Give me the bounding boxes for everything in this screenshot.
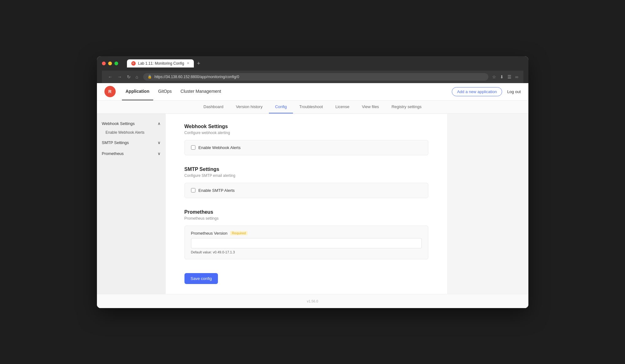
lock-icon: 🔒 xyxy=(148,75,152,79)
browser-chrome: R Lab 1.11: Monitoring Config ✕ + ← → ↻ … xyxy=(97,56,528,83)
tab-config[interactable]: Config xyxy=(269,101,293,113)
url-bar[interactable]: 🔒 https://34.138.60.152:8800/app/monitor… xyxy=(143,73,488,81)
logout-button[interactable]: Log out xyxy=(507,89,521,94)
browser-controls: R Lab 1.11: Monitoring Config ✕ + xyxy=(102,59,523,67)
prometheus-section-subtitle: Prometheus settings xyxy=(184,216,428,221)
sidebar-smtp-label: SMTP Settings xyxy=(102,140,129,145)
prometheus-default-hint: Default value: v0.49.0-17.1.3 xyxy=(191,250,422,254)
enable-smtp-row[interactable]: Enable SMTP Alerts xyxy=(191,188,422,193)
sidebar-webhook-chevron: ∧ xyxy=(158,121,161,126)
nav-link-application[interactable]: Application xyxy=(122,83,153,100)
forward-button[interactable]: → xyxy=(116,74,123,80)
tab-dashboard[interactable]: Dashboard xyxy=(197,101,230,113)
tab-favicon: R xyxy=(131,61,136,66)
tab-troubleshoot[interactable]: Troubleshoot xyxy=(293,101,329,113)
sidebar-item-enable-webhook[interactable]: Enable Webhook Alerts xyxy=(97,128,166,137)
prometheus-section-title: Prometheus xyxy=(184,209,428,215)
minimize-window-button[interactable] xyxy=(108,62,112,65)
webhook-section-subtitle: Configure webhook alerting xyxy=(184,131,428,135)
sidebar-section-smtp-header[interactable]: SMTP Settings ∨ xyxy=(97,138,166,147)
smtp-section-subtitle: Configure SMTP email alerting xyxy=(184,173,428,178)
prometheus-field-label: Prometheus Version xyxy=(191,231,228,236)
tab-title: Lab 1.11: Monitoring Config xyxy=(138,61,184,66)
prometheus-required-badge: Required xyxy=(230,231,248,235)
app-nav: R Application GitOps Cluster Management … xyxy=(97,83,528,101)
enable-smtp-label: Enable SMTP Alerts xyxy=(199,188,235,193)
tab-license[interactable]: License xyxy=(329,101,356,113)
home-button[interactable]: ⌂ xyxy=(134,74,139,80)
prometheus-card: Prometheus Version Required Default valu… xyxy=(184,226,428,259)
save-config-button[interactable]: Save config xyxy=(184,273,218,284)
maximize-window-button[interactable] xyxy=(114,62,118,65)
sidebar-section-webhook: Webhook Settings ∧ Enable Webhook Alerts xyxy=(97,119,166,137)
prometheus-version-input[interactable] xyxy=(191,238,422,248)
menu-icon[interactable]: ☰ xyxy=(507,74,512,79)
extension-icon: ∞ xyxy=(515,74,518,79)
url-text: https://34.138.60.152:8800/app/monitorin… xyxy=(154,75,239,79)
navigation-buttons: ← → ↻ ⌂ xyxy=(107,74,139,80)
nav-links: Application GitOps Cluster Management xyxy=(122,83,225,100)
close-window-button[interactable] xyxy=(102,62,106,65)
smtp-card: Enable SMTP Alerts xyxy=(184,183,428,198)
prometheus-field-label-row: Prometheus Version Required xyxy=(191,231,422,236)
sidebar-prometheus-chevron: ∨ xyxy=(158,151,161,156)
address-bar: ← → ↻ ⌂ 🔒 https://34.138.60.152:8800/app… xyxy=(102,71,523,83)
bookmark-icon[interactable]: ☆ xyxy=(492,74,496,79)
smtp-section-title: SMTP Settings xyxy=(184,167,428,172)
config-section-prometheus: Prometheus Prometheus settings Prometheu… xyxy=(184,209,428,259)
sidebar-section-prometheus-header[interactable]: Prometheus ∨ xyxy=(97,149,166,158)
config-section-webhook: Webhook Settings Configure webhook alert… xyxy=(184,124,428,155)
sidebar-section-prometheus: Prometheus ∨ xyxy=(97,149,166,158)
download-icon[interactable]: ⬇ xyxy=(500,74,504,79)
config-area: Webhook Settings Configure webhook alert… xyxy=(166,114,447,294)
back-button[interactable]: ← xyxy=(107,74,114,80)
browser-window: R Lab 1.11: Monitoring Config ✕ + ← → ↻ … xyxy=(97,56,528,308)
main-content: Webhook Settings ∧ Enable Webhook Alerts… xyxy=(97,114,528,294)
enable-webhook-row[interactable]: Enable Webhook Alerts xyxy=(191,145,422,150)
tab-registry-settings[interactable]: Registry settings xyxy=(385,101,428,113)
webhook-section-title: Webhook Settings xyxy=(184,124,428,129)
prometheus-hint-label: Default value: xyxy=(191,250,212,254)
add-new-application-button[interactable]: Add a new application xyxy=(452,87,502,96)
app-content: R Application GitOps Cluster Management … xyxy=(97,83,528,308)
prometheus-default-value: v0.49.0-17.1.3 xyxy=(213,250,235,254)
sidebar-section-smtp: SMTP Settings ∨ xyxy=(97,138,166,147)
tab-view-files[interactable]: View files xyxy=(355,101,385,113)
config-sidebar: Webhook Settings ∧ Enable Webhook Alerts… xyxy=(97,114,166,294)
new-tab-button[interactable]: + xyxy=(194,61,203,66)
tab-version-history[interactable]: Version history xyxy=(229,101,269,113)
sidebar-prometheus-label: Prometheus xyxy=(102,151,124,156)
sidebar-smtp-chevron: ∨ xyxy=(158,140,161,145)
webhook-card: Enable Webhook Alerts xyxy=(184,140,428,155)
nav-right: Add a new application Log out xyxy=(452,87,521,96)
version-text: v1.56.0 xyxy=(307,299,318,303)
app-logo: R xyxy=(104,86,116,97)
app-footer: v1.56.0 xyxy=(97,294,528,308)
sidebar-webhook-label: Webhook Settings xyxy=(102,121,135,126)
enable-webhook-label: Enable Webhook Alerts xyxy=(199,145,241,150)
tab-close-button[interactable]: ✕ xyxy=(187,61,189,65)
reload-button[interactable]: ↻ xyxy=(126,74,132,80)
secondary-nav: Dashboard Version history Config Trouble… xyxy=(97,101,528,114)
browser-actions: ☆ ⬇ ☰ ∞ xyxy=(492,74,518,79)
sidebar-section-webhook-header[interactable]: Webhook Settings ∧ xyxy=(97,119,166,128)
config-section-smtp: SMTP Settings Configure SMTP email alert… xyxy=(184,167,428,198)
nav-link-gitops[interactable]: GitOps xyxy=(154,83,176,100)
enable-webhook-checkbox[interactable] xyxy=(191,145,195,150)
nav-link-cluster-management[interactable]: Cluster Management xyxy=(177,83,225,100)
browser-tab[interactable]: R Lab 1.11: Monitoring Config ✕ xyxy=(127,59,194,67)
enable-smtp-checkbox[interactable] xyxy=(191,188,195,192)
tab-bar: R Lab 1.11: Monitoring Config ✕ + xyxy=(127,59,203,67)
